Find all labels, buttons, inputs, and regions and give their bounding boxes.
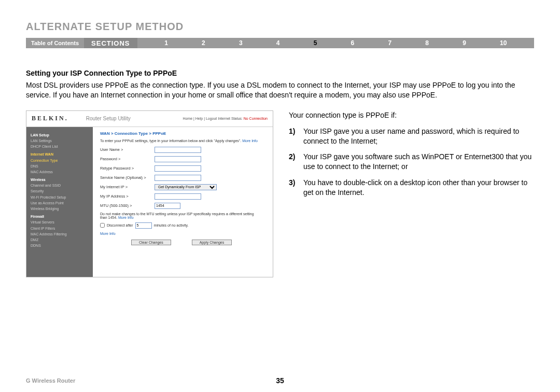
sidebar-conn-type[interactable]: Connection Type bbox=[31, 158, 89, 163]
nav-num-8[interactable]: 8 bbox=[425, 39, 429, 47]
sidebar-vs[interactable]: Virtual Servers bbox=[31, 219, 89, 225]
sidebar-dmz[interactable]: DMZ bbox=[31, 237, 89, 243]
list-num-1: 1) bbox=[289, 127, 303, 146]
mtu-note: Do not make changes to the MTU setting u… bbox=[100, 212, 261, 219]
list-item: 1) Your ISP gave you a user name and pas… bbox=[289, 127, 534, 146]
router-sidebar: LAN Setup LAN Settings DHCP Client List … bbox=[26, 127, 93, 277]
sidebar-bridge[interactable]: Wireless Bridging bbox=[31, 206, 89, 212]
router-logo: BELKIN. bbox=[32, 115, 68, 122]
nav-num-2[interactable]: 2 bbox=[202, 39, 205, 47]
sidebar-mac[interactable]: MAC Address bbox=[31, 169, 89, 175]
sidebar-sec[interactable]: Security bbox=[31, 188, 89, 194]
nav-num-6[interactable]: 6 bbox=[351, 39, 355, 47]
router-utility-title: Router Setup Utility bbox=[68, 116, 183, 121]
section-nav: Table of Contents SECTIONS 1 2 3 4 5 6 7… bbox=[26, 38, 534, 48]
sidebar-fw-head: Firewall bbox=[31, 214, 89, 219]
sidebar-maf[interactable]: MAC Address Filtering bbox=[31, 231, 89, 237]
nav-num-4[interactable]: 4 bbox=[276, 39, 280, 47]
input-mtu[interactable] bbox=[155, 203, 180, 209]
label-disconnect: Disconnect after bbox=[107, 223, 133, 227]
list-item: 2) Your ISP gave you software such as Wi… bbox=[289, 152, 534, 172]
sidebar-chan[interactable]: Channel and SSID bbox=[31, 183, 89, 188]
select-myip[interactable]: Get Dynamically From ISP bbox=[155, 184, 217, 190]
input-username[interactable] bbox=[155, 147, 201, 153]
input-myaddr[interactable] bbox=[155, 193, 201, 200]
apply-button[interactable]: Apply Changes bbox=[192, 240, 232, 245]
footer-product: G Wireless Router bbox=[26, 377, 75, 384]
footer-page: 35 bbox=[276, 376, 284, 385]
label-disconnect-tail: minutes of no activity. bbox=[154, 223, 189, 227]
input-disconnect-min[interactable] bbox=[135, 222, 152, 229]
list-txt-3: You have to double-click on a desktop ic… bbox=[303, 178, 534, 198]
sidebar-lan-head: LAN Setup bbox=[31, 132, 89, 138]
input-service[interactable] bbox=[155, 175, 201, 181]
sidebar-dns[interactable]: DNS bbox=[31, 163, 89, 169]
label-service: Service Name (Optional) > bbox=[100, 175, 155, 180]
label-mtu: MTU (500-1500) > bbox=[100, 203, 155, 208]
list-num-3: 3) bbox=[289, 178, 303, 198]
router-breadcrumb: WAN > Connection Type > PPPoE bbox=[100, 131, 265, 136]
nav-num-9[interactable]: 9 bbox=[463, 39, 466, 47]
nav-toc[interactable]: Table of Contents bbox=[26, 40, 84, 46]
input-retype[interactable] bbox=[155, 165, 201, 172]
page-title: ALTERNATE SETUP METHOD bbox=[26, 21, 534, 33]
checkbox-disconnect[interactable] bbox=[100, 223, 105, 228]
label-username: User Name > bbox=[100, 147, 155, 152]
nav-num-3[interactable]: 3 bbox=[239, 39, 243, 47]
nav-num-7[interactable]: 7 bbox=[388, 39, 391, 47]
router-top-links: Home | Help | Logout Internet Status: No… bbox=[183, 117, 268, 120]
sidebar-ddns[interactable]: DDNS bbox=[31, 243, 89, 248]
list-txt-1: Your ISP gave you a user name and passwo… bbox=[303, 127, 534, 146]
clear-button[interactable]: Clear Changes bbox=[131, 240, 171, 245]
router-moreinfo[interactable]: More Info bbox=[100, 232, 265, 235]
sidebar-lan-settings[interactable]: LAN Settings bbox=[31, 138, 89, 144]
nav-num-10[interactable]: 10 bbox=[500, 39, 507, 47]
mtu-note-more[interactable]: More Info bbox=[118, 216, 134, 219]
router-main: WAN > Connection Type > PPPoE To enter y… bbox=[93, 127, 273, 277]
label-myaddr: My IP Address > bbox=[100, 194, 155, 199]
right-lead: Your connection type is PPPoE if: bbox=[289, 110, 534, 120]
nav-num-1[interactable]: 1 bbox=[164, 39, 168, 47]
sidebar-wan-head: Internet WAN bbox=[31, 151, 89, 157]
nav-sections-label: SECTIONS bbox=[84, 38, 137, 48]
router-hint-more[interactable]: More Info bbox=[242, 139, 258, 143]
list-num-2: 2) bbox=[289, 152, 303, 172]
sidebar-wps[interactable]: Wi-Fi Protected Setup bbox=[31, 194, 89, 200]
label-retype: Retype Password > bbox=[100, 166, 155, 171]
router-hint: To enter your PPPoE settings, type in yo… bbox=[100, 139, 265, 143]
router-screenshot: BELKIN. Router Setup Utility Home | Help… bbox=[26, 110, 273, 277]
footer: G Wireless Router 35 bbox=[26, 377, 534, 384]
content-body: Most DSL providers use PPPoE as the conn… bbox=[26, 80, 534, 100]
content-subheading: Setting your ISP Connection Type to PPPo… bbox=[26, 69, 534, 77]
list-txt-2: Your ISP gave you software such as WinPO… bbox=[303, 152, 534, 172]
sidebar-ap[interactable]: Use as Access Point bbox=[31, 200, 89, 206]
nav-num-5[interactable]: 5 bbox=[314, 39, 317, 47]
label-password: Password > bbox=[100, 157, 155, 161]
sidebar-cf[interactable]: Client IP Filters bbox=[31, 226, 89, 231]
router-status: No Connection bbox=[244, 117, 268, 120]
nav-numbers: 1 2 3 4 5 6 7 8 9 10 bbox=[137, 39, 534, 47]
label-myip: My Internet IP > bbox=[100, 185, 155, 189]
input-password[interactable] bbox=[155, 156, 201, 162]
sidebar-dhcp[interactable]: DHCP Client List bbox=[31, 144, 89, 149]
sidebar-wireless-head: Wireless bbox=[31, 177, 89, 183]
list-item: 3) You have to double-click on a desktop… bbox=[289, 178, 534, 198]
router-top-links-text[interactable]: Home | Help | Logout Internet Status: bbox=[183, 117, 243, 120]
